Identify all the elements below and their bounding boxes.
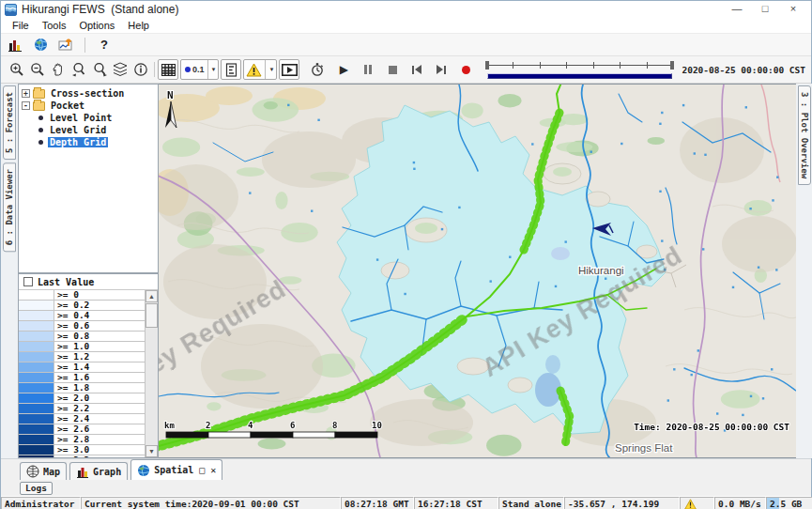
globe-icon — [34, 38, 48, 52]
tree-expander-icon[interactable]: + — [22, 89, 30, 98]
status-warning-cell[interactable] — [680, 497, 714, 509]
stop-button[interactable] — [382, 59, 403, 80]
time-slider[interactable] — [485, 58, 674, 81]
maximize-button[interactable]: □ — [751, 2, 779, 17]
logs-row: Logs — [1, 480, 811, 496]
tree-item-level-point[interactable]: Level Point — [37, 112, 158, 124]
tree-item-pocket[interactable]: -Pocket — [22, 100, 158, 112]
threshold-value: 0.1 — [192, 65, 205, 74]
toolbar-separator — [154, 62, 155, 77]
tree-item-cross-section[interactable]: +Cross-section — [22, 87, 158, 100]
svg-text:km: km — [164, 421, 175, 430]
scrollbar-thumb[interactable] — [146, 303, 158, 328]
legend-value-label: >= 0.4 — [54, 311, 145, 320]
forecast-results-button[interactable] — [6, 36, 24, 54]
tab-plot-overview[interactable]: 3 : Plot Overview — [798, 85, 811, 185]
info-button[interactable] — [130, 59, 151, 80]
legend-color-swatch — [19, 321, 54, 331]
info-icon — [133, 62, 148, 77]
chevron-down-icon: ▼ — [265, 60, 274, 79]
step-forward-button[interactable] — [431, 59, 452, 80]
tab-spatial-label: Spatial — [154, 465, 193, 475]
legend-list: >= 0>= 0.2>= 0.4>= 0.6>= 0.8>= 1.0>= 1.2… — [19, 290, 145, 457]
scroll-down-icon[interactable]: ▼ — [146, 445, 158, 457]
grid-display-button[interactable] — [158, 59, 178, 80]
tree-item-level-grid[interactable]: Level Grid — [37, 124, 158, 136]
legend-value-label: >= 3.0 — [54, 445, 145, 455]
legend-value-label: >= 2.6 — [54, 424, 145, 434]
hand-icon — [51, 62, 66, 77]
bullet-icon — [38, 128, 43, 132]
scroll-up-icon[interactable]: ▲ — [146, 290, 158, 302]
legend-color-swatch — [19, 455, 54, 457]
last-value-label: Last Value — [38, 277, 94, 287]
animation-window-button[interactable] — [279, 59, 299, 80]
legend-value-label: >= 1.6 — [54, 373, 145, 382]
legend-color-swatch — [19, 290, 54, 300]
menu-file[interactable]: File — [6, 20, 36, 31]
legend-value-label: >= 1.2 — [54, 352, 145, 362]
zoom-in-button[interactable] — [7, 59, 27, 80]
tab-close-icon[interactable]: ✕ — [210, 465, 216, 475]
tab-maximize-icon[interactable]: □ — [199, 465, 205, 475]
zoom-next-button[interactable] — [89, 59, 110, 80]
time-slider-start-handle[interactable] — [485, 61, 489, 69]
status-coordinates: -35.657 , 174.199 — [564, 497, 680, 509]
time-slider-end-handle[interactable] — [670, 61, 674, 69]
legend-value-label: >= 2.4 — [54, 414, 145, 424]
minimize-button[interactable]: — — [723, 2, 751, 17]
time-slider-progress[interactable] — [487, 73, 672, 79]
map-display-button[interactable] — [31, 36, 50, 54]
close-button[interactable]: × — [779, 2, 807, 17]
legend-color-swatch — [19, 445, 54, 455]
legend-value-label: >= 0.8 — [54, 332, 145, 341]
legend-row[interactable]: >= 3.2 — [19, 455, 145, 457]
help-button[interactable]: ? — [95, 36, 114, 54]
map-view[interactable]: Hikurangi Springs Flat API Key Required … — [159, 84, 796, 458]
tab-graph[interactable]: Graph — [69, 462, 128, 480]
spatial-display-button[interactable] — [56, 36, 75, 54]
pause-button[interactable] — [358, 59, 378, 80]
record-button[interactable] — [455, 59, 476, 80]
folder-icon — [33, 89, 45, 99]
tree-item-depth-grid[interactable]: Depth Grid — [37, 136, 158, 148]
legend-color-swatch — [19, 383, 54, 393]
status-system-time: Current system time:2020-09-01 00:00 CST — [81, 497, 341, 509]
menu-help[interactable]: Help — [121, 20, 156, 31]
play-box-icon — [282, 64, 298, 76]
menu-bar: File Tools Options Help — [1, 18, 811, 34]
legend-scrollbar[interactable]: ▲ ▼ — [145, 290, 158, 457]
menu-options[interactable]: Options — [72, 20, 121, 31]
warning-threshold-dropdown[interactable]: ▼ — [243, 59, 277, 80]
last-value-checkbox[interactable] — [23, 277, 33, 286]
tab-spatial[interactable]: Spatial □ ✕ — [130, 459, 222, 480]
logs-button[interactable]: Logs — [20, 482, 53, 495]
time-settings-button[interactable] — [307, 59, 328, 80]
left-tab-strip: 5 : Forecast 6 : Data Viewer — [1, 84, 18, 458]
zoom-previous-button[interactable] — [69, 59, 89, 80]
tree-item-label: Cross-section — [49, 88, 126, 99]
play-forward-button[interactable]: ▶ — [333, 59, 354, 80]
bullet-icon — [38, 140, 43, 145]
tab-data-viewer[interactable]: 6 : Data Viewer — [3, 162, 16, 252]
tree-item-label: Pocket — [49, 100, 86, 111]
question-mark-icon: ? — [100, 38, 108, 52]
pan-button[interactable] — [48, 59, 69, 80]
spatial-chart-icon — [58, 38, 73, 53]
legend-color-swatch — [19, 424, 54, 434]
tab-forecast[interactable]: 5 : Forecast — [3, 85, 16, 160]
threshold-dropdown[interactable]: 0.1 ▼ — [180, 59, 219, 80]
map-canvas: Hikurangi Springs Flat API Key Required … — [159, 85, 796, 457]
legend-list-container: >= 0>= 0.2>= 0.4>= 0.6>= 0.8>= 1.0>= 1.2… — [19, 289, 158, 457]
profile-button[interactable] — [221, 59, 241, 80]
legend-color-swatch — [19, 414, 54, 424]
zoom-out-button[interactable] — [27, 59, 48, 80]
menu-tools[interactable]: Tools — [36, 20, 73, 31]
warning-triangle-icon — [684, 499, 697, 509]
step-back-button[interactable] — [406, 59, 427, 80]
window-title: Hikurangi FEWS (Stand alone) — [22, 3, 723, 16]
tree-expander-icon[interactable]: - — [22, 101, 30, 110]
layers-button[interactable] — [110, 59, 130, 80]
tab-map[interactable]: Map — [20, 462, 67, 480]
bar-chart-icon — [8, 38, 23, 53]
